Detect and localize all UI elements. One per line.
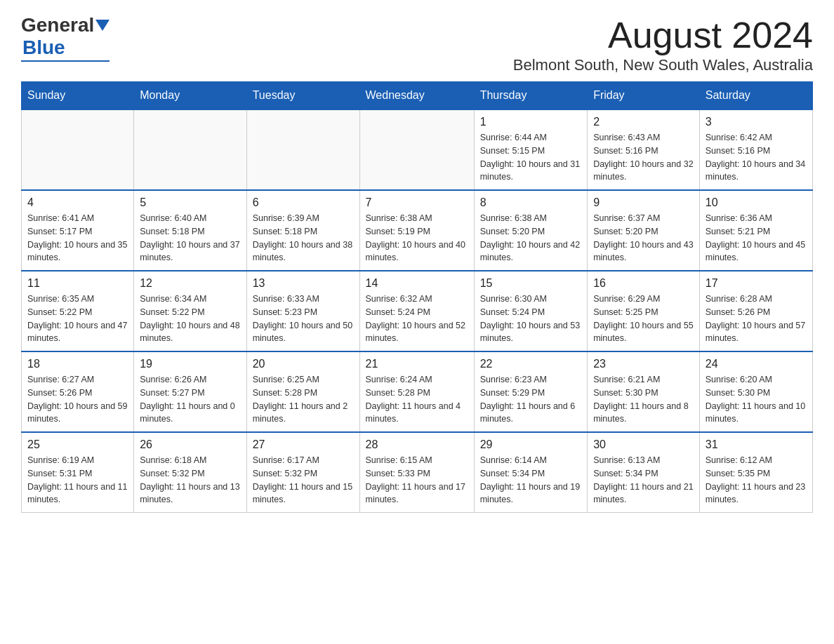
- day-info: Sunrise: 6:38 AMSunset: 5:19 PMDaylight:…: [366, 212, 468, 264]
- day-info: Sunrise: 6:15 AMSunset: 5:33 PMDaylight:…: [366, 454, 468, 507]
- day-number: 19: [140, 358, 240, 370]
- day-info: Sunrise: 6:42 AMSunset: 5:16 PMDaylight:…: [706, 131, 807, 184]
- table-row: 25Sunrise: 6:19 AMSunset: 5:31 PMDayligh…: [22, 432, 134, 513]
- day-info: Sunrise: 6:21 AMSunset: 5:30 PMDaylight:…: [593, 373, 694, 426]
- col-sunday: Sunday: [22, 82, 134, 110]
- table-row: 16Sunrise: 6:29 AMSunset: 5:25 PMDayligh…: [588, 271, 700, 351]
- col-saturday: Saturday: [699, 82, 812, 110]
- day-info: Sunrise: 6:24 AMSunset: 5:28 PMDaylight:…: [366, 373, 468, 426]
- day-number: 6: [253, 196, 354, 209]
- day-info: Sunrise: 6:36 AMSunset: 5:21 PMDaylight:…: [706, 212, 807, 264]
- table-row: 17Sunrise: 6:28 AMSunset: 5:26 PMDayligh…: [699, 271, 812, 351]
- day-info: Sunrise: 6:18 AMSunset: 5:32 PMDaylight:…: [140, 454, 240, 507]
- table-row: 14Sunrise: 6:32 AMSunset: 5:24 PMDayligh…: [359, 271, 474, 351]
- calendar-header-row: Sunday Monday Tuesday Wednesday Thursday…: [22, 82, 813, 110]
- day-info: Sunrise: 6:33 AMSunset: 5:23 PMDaylight:…: [253, 293, 354, 345]
- table-row: [134, 109, 246, 190]
- col-friday: Friday: [588, 82, 700, 110]
- logo-blue-text: Blue: [22, 36, 65, 58]
- day-number: 14: [366, 277, 468, 290]
- day-number: 29: [480, 438, 581, 451]
- logo-general-text: General: [21, 14, 94, 36]
- day-number: 2: [593, 116, 694, 128]
- table-row: [359, 109, 474, 190]
- day-number: 10: [706, 196, 807, 209]
- day-number: 20: [253, 358, 354, 370]
- day-number: 16: [593, 277, 694, 290]
- subtitle: Belmont South, New South Wales, Australi…: [513, 56, 813, 74]
- table-row: 22Sunrise: 6:23 AMSunset: 5:29 PMDayligh…: [474, 351, 587, 432]
- table-row: 24Sunrise: 6:20 AMSunset: 5:30 PMDayligh…: [699, 351, 812, 432]
- table-row: 15Sunrise: 6:30 AMSunset: 5:24 PMDayligh…: [474, 271, 587, 351]
- table-row: 9Sunrise: 6:37 AMSunset: 5:20 PMDaylight…: [588, 190, 700, 271]
- day-number: 3: [706, 116, 807, 128]
- day-number: 23: [593, 358, 694, 370]
- table-row: 3Sunrise: 6:42 AMSunset: 5:16 PMDaylight…: [699, 109, 812, 190]
- logo-line: [21, 60, 110, 62]
- col-wednesday: Wednesday: [359, 82, 474, 110]
- month-title: August 2024: [513, 14, 813, 56]
- table-row: 28Sunrise: 6:15 AMSunset: 5:33 PMDayligh…: [359, 432, 474, 513]
- day-info: Sunrise: 6:30 AMSunset: 5:24 PMDaylight:…: [480, 293, 581, 345]
- table-row: 20Sunrise: 6:25 AMSunset: 5:28 PMDayligh…: [246, 351, 359, 432]
- table-row: 30Sunrise: 6:13 AMSunset: 5:34 PMDayligh…: [588, 432, 700, 513]
- day-number: 15: [480, 277, 581, 290]
- day-number: 18: [27, 358, 128, 370]
- day-number: 1: [480, 116, 581, 128]
- table-row: [246, 109, 359, 190]
- day-info: Sunrise: 6:27 AMSunset: 5:26 PMDaylight:…: [27, 373, 128, 426]
- table-row: 1Sunrise: 6:44 AMSunset: 5:15 PMDaylight…: [474, 109, 587, 190]
- day-number: 5: [140, 196, 240, 209]
- logo: General Blue: [21, 14, 110, 62]
- day-info: Sunrise: 6:25 AMSunset: 5:28 PMDaylight:…: [253, 373, 354, 426]
- table-row: 21Sunrise: 6:24 AMSunset: 5:28 PMDayligh…: [359, 351, 474, 432]
- day-number: 30: [593, 438, 694, 451]
- day-info: Sunrise: 6:12 AMSunset: 5:35 PMDaylight:…: [706, 454, 807, 507]
- day-info: Sunrise: 6:13 AMSunset: 5:34 PMDaylight:…: [593, 454, 694, 507]
- calendar-week-row-3: 11Sunrise: 6:35 AMSunset: 5:22 PMDayligh…: [22, 271, 813, 351]
- day-info: Sunrise: 6:29 AMSunset: 5:25 PMDaylight:…: [593, 293, 694, 345]
- day-number: 17: [706, 277, 807, 290]
- calendar-week-row-4: 18Sunrise: 6:27 AMSunset: 5:26 PMDayligh…: [22, 351, 813, 432]
- day-number: 28: [366, 438, 468, 451]
- table-row: 4Sunrise: 6:41 AMSunset: 5:17 PMDaylight…: [22, 190, 134, 271]
- day-number: 4: [27, 196, 128, 209]
- day-number: 13: [253, 277, 354, 290]
- col-monday: Monday: [134, 82, 246, 110]
- day-number: 12: [140, 277, 240, 290]
- day-info: Sunrise: 6:38 AMSunset: 5:20 PMDaylight:…: [480, 212, 581, 264]
- calendar-week-row-2: 4Sunrise: 6:41 AMSunset: 5:17 PMDaylight…: [22, 190, 813, 271]
- day-info: Sunrise: 6:37 AMSunset: 5:20 PMDaylight:…: [593, 212, 694, 264]
- day-info: Sunrise: 6:35 AMSunset: 5:22 PMDaylight:…: [27, 293, 128, 345]
- table-row: 23Sunrise: 6:21 AMSunset: 5:30 PMDayligh…: [588, 351, 700, 432]
- table-row: 2Sunrise: 6:43 AMSunset: 5:16 PMDaylight…: [588, 109, 700, 190]
- day-info: Sunrise: 6:20 AMSunset: 5:30 PMDaylight:…: [706, 373, 807, 426]
- table-row: 5Sunrise: 6:40 AMSunset: 5:18 PMDaylight…: [134, 190, 246, 271]
- table-row: 13Sunrise: 6:33 AMSunset: 5:23 PMDayligh…: [246, 271, 359, 351]
- day-number: 27: [253, 438, 354, 451]
- table-row: 7Sunrise: 6:38 AMSunset: 5:19 PMDaylight…: [359, 190, 474, 271]
- table-row: [22, 109, 134, 190]
- calendar-table: Sunday Monday Tuesday Wednesday Thursday…: [21, 81, 813, 513]
- day-number: 24: [706, 358, 807, 370]
- day-number: 21: [366, 358, 468, 370]
- day-info: Sunrise: 6:32 AMSunset: 5:24 PMDaylight:…: [366, 293, 468, 345]
- day-info: Sunrise: 6:40 AMSunset: 5:18 PMDaylight:…: [140, 212, 240, 264]
- day-number: 26: [140, 438, 240, 451]
- table-row: 11Sunrise: 6:35 AMSunset: 5:22 PMDayligh…: [22, 271, 134, 351]
- calendar-week-row-5: 25Sunrise: 6:19 AMSunset: 5:31 PMDayligh…: [22, 432, 813, 513]
- day-info: Sunrise: 6:39 AMSunset: 5:18 PMDaylight:…: [253, 212, 354, 264]
- day-number: 31: [706, 438, 807, 451]
- day-info: Sunrise: 6:17 AMSunset: 5:32 PMDaylight:…: [253, 454, 354, 507]
- table-row: 10Sunrise: 6:36 AMSunset: 5:21 PMDayligh…: [699, 190, 812, 271]
- col-tuesday: Tuesday: [246, 82, 359, 110]
- table-row: 12Sunrise: 6:34 AMSunset: 5:22 PMDayligh…: [134, 271, 246, 351]
- day-number: 22: [480, 358, 581, 370]
- day-info: Sunrise: 6:28 AMSunset: 5:26 PMDaylight:…: [706, 293, 807, 345]
- day-info: Sunrise: 6:41 AMSunset: 5:17 PMDaylight:…: [27, 212, 128, 264]
- table-row: 8Sunrise: 6:38 AMSunset: 5:20 PMDaylight…: [474, 190, 587, 271]
- table-row: 26Sunrise: 6:18 AMSunset: 5:32 PMDayligh…: [134, 432, 246, 513]
- table-row: 19Sunrise: 6:26 AMSunset: 5:27 PMDayligh…: [134, 351, 246, 432]
- day-info: Sunrise: 6:23 AMSunset: 5:29 PMDaylight:…: [480, 373, 581, 426]
- day-info: Sunrise: 6:14 AMSunset: 5:34 PMDaylight:…: [480, 454, 581, 507]
